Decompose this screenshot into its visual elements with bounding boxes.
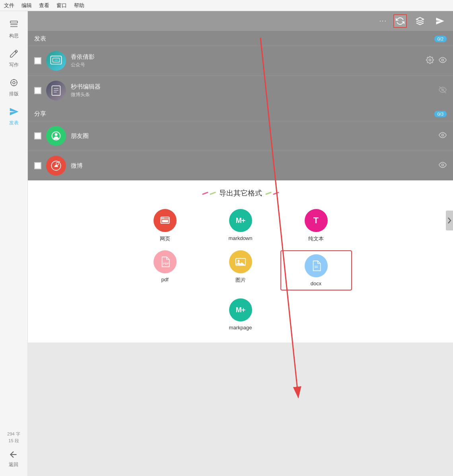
- svg-point-13: [429, 59, 431, 61]
- export-icon-image: [229, 250, 252, 273]
- fabian-icon: [9, 107, 19, 118]
- svg-point-25: [56, 163, 59, 165]
- xiezuo-icon: [9, 49, 19, 60]
- sidebar: 构思 写作 排版 发表: [0, 11, 28, 476]
- item-info-miaoshu: 秒书编辑器 微博头条: [71, 83, 434, 98]
- export-label-docx: docx: [311, 281, 321, 286]
- paiban-icon: [9, 78, 19, 89]
- avatar-weibo: [46, 156, 66, 176]
- deco-right: [265, 193, 279, 194]
- publish-title: 发表: [34, 35, 46, 43]
- eye-icon-xiangyi[interactable]: [439, 56, 447, 66]
- svg-rect-0: [10, 21, 17, 23]
- export-icon-markdown: M+: [229, 209, 252, 232]
- export-icon-pdf: PDF: [154, 250, 177, 273]
- eye-icon-weibo[interactable]: [439, 161, 447, 171]
- avatar-miaoshu: [46, 81, 66, 101]
- export-item-pdf[interactable]: PDF pdf: [129, 250, 201, 290]
- checkbox-pengyouquan[interactable]: [34, 132, 41, 139]
- eye-icon-pengyouquan[interactable]: [439, 131, 447, 141]
- export-section: 导出其它格式 网页: [28, 180, 453, 342]
- deco-left: [202, 193, 216, 194]
- item-name-weibo: 微博: [71, 162, 434, 170]
- svg-rect-15: [52, 86, 60, 95]
- item-name-miaoshu: 秒书编辑器: [71, 83, 434, 91]
- svg-point-27: [442, 164, 444, 166]
- export-icon-docx: [305, 254, 328, 277]
- export-title: 导出其它格式: [219, 188, 262, 198]
- checkbox-miaoshu[interactable]: [34, 87, 41, 94]
- eye-icon-miaoshu[interactable]: [439, 86, 447, 96]
- export-item-plaintext[interactable]: T 纯文本: [280, 209, 352, 242]
- sidebar-item-goushu[interactable]: 构思: [0, 15, 27, 44]
- export-item-webpage[interactable]: 网页: [129, 209, 201, 242]
- export-icon-markpage: M+: [229, 298, 252, 321]
- item-sub-miaoshu: 微博头条: [71, 91, 434, 98]
- item-info-xiangyi: 香依倩影 公众号: [71, 53, 421, 68]
- item-name-pengyouquan: 朋友圈: [71, 132, 434, 140]
- sidebar-item-xiezuo[interactable]: 写作: [0, 44, 27, 73]
- sidebar-label-xiezuo: 写作: [9, 62, 19, 68]
- svg-point-31: [163, 217, 164, 218]
- return-button[interactable]: 返回: [8, 449, 19, 468]
- svg-point-23: [442, 134, 444, 136]
- export-icon-plaintext: T: [305, 209, 328, 232]
- settings-icon-xiangyi[interactable]: [426, 56, 434, 66]
- share-title: 分享: [34, 110, 46, 118]
- export-label-plaintext: 纯文本: [308, 235, 324, 242]
- export-label-image: 图片: [235, 277, 246, 284]
- list-item-pengyouquan[interactable]: 朋友圈: [28, 121, 453, 151]
- send-button[interactable]: [433, 14, 447, 28]
- export-label-markdown: markdown: [229, 235, 253, 241]
- sidebar-item-paiban[interactable]: 排版: [0, 73, 27, 102]
- avatar-xiangyi: [46, 51, 66, 71]
- svg-marker-9: [416, 17, 424, 21]
- toolbar-more[interactable]: ···: [379, 17, 387, 25]
- svg-rect-32: [162, 220, 168, 222]
- export-label-webpage: 网页: [160, 235, 170, 242]
- list-item-weibo[interactable]: 微博: [28, 151, 453, 180]
- layers-button[interactable]: [413, 14, 427, 28]
- item-name-xiangyi: 香依倩影: [71, 53, 421, 61]
- sidebar-label-fabian: 发表: [9, 120, 19, 126]
- toolbar: ···: [28, 11, 453, 31]
- main-content: ··· 发: [28, 11, 453, 476]
- checkbox-weibo[interactable]: [34, 162, 41, 169]
- svg-point-14: [442, 59, 444, 61]
- export-label-pdf: pdf: [161, 277, 168, 283]
- svg-line-20: [439, 86, 446, 93]
- export-label-markpage: markpage: [229, 325, 252, 331]
- svg-point-4: [13, 81, 15, 84]
- publish-section-header: 发表 0/2: [28, 31, 453, 46]
- menu-edit[interactable]: 编辑: [21, 2, 32, 9]
- list-item-xiangyi[interactable]: 香依倩影 公众号: [28, 46, 453, 75]
- export-item-markpage[interactable]: M+ markpage: [229, 298, 252, 331]
- svg-point-30: [161, 217, 162, 218]
- refresh-button[interactable]: [393, 14, 407, 28]
- menu-file[interactable]: 文件: [4, 2, 14, 9]
- share-section-header: 分享 0/3: [28, 106, 453, 121]
- svg-point-35: [237, 260, 239, 262]
- item-sub-xiangyi: 公众号: [71, 62, 421, 68]
- return-label: 返回: [9, 461, 18, 468]
- list-item-miaoshu[interactable]: 秒书编辑器 微博头条: [28, 75, 453, 105]
- right-chevron[interactable]: [446, 211, 453, 230]
- svg-point-22: [55, 133, 58, 136]
- share-badge: 0/3: [434, 111, 447, 117]
- goushu-icon: [9, 20, 19, 31]
- export-grid: 网页 M+ markdown T 纯文本: [129, 209, 352, 290]
- export-item-docx[interactable]: docx: [280, 250, 352, 290]
- menu-help[interactable]: 帮助: [74, 2, 84, 9]
- export-item-markdown[interactable]: M+ markdown: [205, 209, 276, 242]
- menu-window[interactable]: 窗口: [56, 2, 67, 9]
- avatar-pengyouquan: [46, 126, 66, 146]
- sidebar-item-fabian[interactable]: 发表: [0, 102, 27, 131]
- publish-panel: ··· 发: [28, 11, 453, 180]
- item-info-weibo: 微博: [71, 162, 434, 170]
- menu-view[interactable]: 查看: [39, 2, 49, 9]
- export-title-row: 导出其它格式: [40, 188, 441, 198]
- item-info-pengyouquan: 朋友圈: [71, 132, 434, 140]
- checkbox-xiangyi[interactable]: [34, 57, 41, 64]
- publish-badge: 0/2: [434, 36, 447, 42]
- export-item-image[interactable]: 图片: [205, 250, 276, 290]
